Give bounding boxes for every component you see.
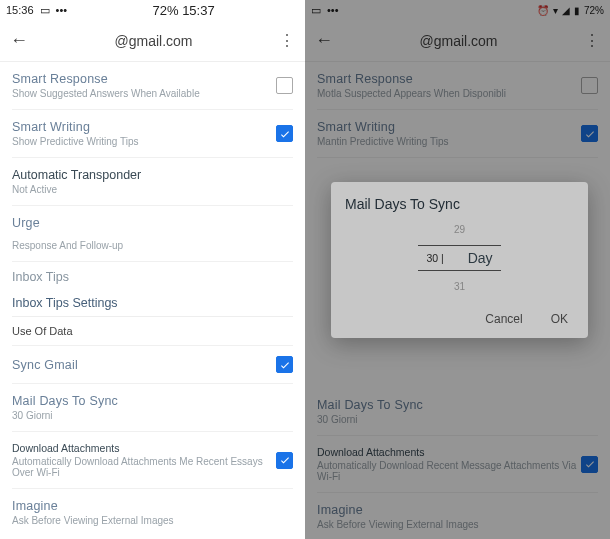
check-icon bbox=[279, 128, 291, 140]
download-attachments-checkbox[interactable] bbox=[276, 452, 293, 469]
check-icon bbox=[584, 128, 596, 140]
images-label: Imagine bbox=[317, 503, 598, 517]
app-bar: ← @gmail.com ⋮ bbox=[0, 20, 305, 62]
wifi-icon: ▾ bbox=[553, 5, 558, 16]
setting-smart-response[interactable]: Smart Response Show Suggested Answers Wh… bbox=[12, 62, 293, 110]
app-bar: ← @gmail.com ⋮ bbox=[305, 20, 610, 62]
smart-response-sub: Show Suggested Answers When Available bbox=[12, 88, 276, 99]
page-title: @gmail.com bbox=[333, 33, 584, 49]
smart-response-checkbox[interactable] bbox=[581, 77, 598, 94]
setting-images[interactable]: Imagine Ask Before Viewing External Imag… bbox=[317, 493, 598, 539]
overflow-menu-icon[interactable]: ⋮ bbox=[279, 31, 295, 50]
urge-sub: Response And Follow-up bbox=[12, 240, 293, 251]
setting-days-to-sync[interactable]: Mail Days To Sync 30 Giorni bbox=[317, 388, 598, 436]
check-icon bbox=[279, 454, 291, 466]
autoresponder-label: Automatic Transponder bbox=[12, 168, 293, 182]
setting-autoresponder[interactable]: Automatic Transponder Not Active bbox=[12, 158, 293, 206]
sync-gmail-checkbox[interactable] bbox=[276, 356, 293, 373]
urge-label: Urge bbox=[12, 216, 293, 230]
inbox-tips-settings-link[interactable]: Inbox Tips Settings bbox=[12, 288, 293, 317]
setting-smart-writing[interactable]: Smart Writing Mantin Predictive Writing … bbox=[317, 110, 598, 158]
battery-text: 72% bbox=[584, 5, 604, 16]
setting-smart-writing[interactable]: Smart Writing Show Predictive Writing Ti… bbox=[12, 110, 293, 158]
days-to-sync-label: Mail Days To Sync bbox=[317, 398, 598, 412]
download-attachments-checkbox[interactable] bbox=[581, 456, 598, 473]
setting-sync-gmail[interactable]: Sync Gmail bbox=[12, 346, 293, 384]
days-to-sync-dialog: Mail Days To Sync 29 30 | Day 31 Cancel … bbox=[331, 182, 588, 338]
overflow-menu-icon[interactable]: ⋮ bbox=[584, 31, 600, 50]
setting-download-attachments[interactable]: Download Attachments Automatically Downl… bbox=[12, 432, 293, 489]
download-attachments-sub: Automatically Download Attachments Me Re… bbox=[12, 456, 276, 478]
picker-unit: Day bbox=[468, 250, 493, 266]
more-icon: ••• bbox=[327, 4, 339, 16]
setting-urge[interactable]: Urge Response And Follow-up bbox=[12, 206, 293, 262]
inbox-tips-header: Inbox Tips bbox=[12, 262, 293, 288]
check-icon bbox=[584, 458, 596, 470]
days-to-sync-sub: 30 Giorni bbox=[12, 410, 293, 421]
use-of-data-header: Use Of Data bbox=[12, 317, 293, 346]
check-icon bbox=[279, 359, 291, 371]
download-attachments-sub: Automatically Download Recent Message At… bbox=[317, 460, 581, 482]
days-to-sync-label: Mail Days To Sync bbox=[12, 394, 293, 408]
autoresponder-sub: Not Active bbox=[12, 184, 293, 195]
smart-writing-label: Smart Writing bbox=[12, 120, 276, 134]
smart-writing-checkbox[interactable] bbox=[581, 125, 598, 142]
back-icon[interactable]: ← bbox=[315, 30, 333, 51]
smart-response-checkbox[interactable] bbox=[276, 77, 293, 94]
download-attachments-label: Download Attachments bbox=[12, 442, 276, 454]
smart-writing-sub: Show Predictive Writing Tips bbox=[12, 136, 276, 147]
notif-icon: ▭ bbox=[40, 4, 50, 17]
download-attachments-label: Download Attachments bbox=[317, 446, 581, 458]
signal-icon: ◢ bbox=[562, 5, 570, 16]
cancel-button[interactable]: Cancel bbox=[485, 312, 522, 326]
dialog-title: Mail Days To Sync bbox=[345, 196, 574, 212]
notif-icon: ▭ bbox=[311, 4, 321, 17]
battery-icon: ▮ bbox=[574, 5, 580, 16]
setting-images[interactable]: Imagine Ask Before Viewing External Imag… bbox=[12, 489, 293, 536]
smart-writing-label: Smart Writing bbox=[317, 120, 581, 134]
number-picker[interactable]: 29 30 | Day 31 bbox=[345, 220, 574, 300]
picker-prev[interactable]: 29 bbox=[454, 224, 465, 235]
sync-gmail-label: Sync Gmail bbox=[12, 358, 276, 372]
page-title: @gmail.com bbox=[28, 33, 279, 49]
more-icon: ••• bbox=[56, 4, 68, 16]
status-battery-time: 72% 15:37 bbox=[153, 3, 215, 18]
smart-response-sub: Motla Suspected Appears When Disponibli bbox=[317, 88, 581, 99]
status-time: 15:36 bbox=[6, 4, 34, 16]
picker-next[interactable]: 31 bbox=[454, 281, 465, 292]
smart-writing-sub: Mantin Predictive Writing Tips bbox=[317, 136, 581, 147]
setting-download-attachments[interactable]: Download Attachments Automatically Downl… bbox=[317, 436, 598, 493]
status-bar: 15:36 ▭ ••• 72% 15:37 bbox=[0, 0, 305, 20]
ok-button[interactable]: OK bbox=[551, 312, 568, 326]
alarm-icon: ⏰ bbox=[537, 5, 549, 16]
back-icon[interactable]: ← bbox=[10, 30, 28, 51]
status-bar: ▭ ••• ⏰ ▾ ◢ ▮ 72% bbox=[305, 0, 610, 20]
images-label: Imagine bbox=[12, 499, 293, 513]
images-sub: Ask Before Viewing External Images bbox=[317, 519, 598, 530]
setting-days-to-sync[interactable]: Mail Days To Sync 30 Giorni bbox=[12, 384, 293, 432]
smart-writing-checkbox[interactable] bbox=[276, 125, 293, 142]
days-to-sync-sub: 30 Giorni bbox=[317, 414, 598, 425]
setting-smart-response[interactable]: Smart Response Motla Suspected Appears W… bbox=[317, 62, 598, 110]
picker-selected[interactable]: 30 | bbox=[426, 252, 443, 264]
images-sub: Ask Before Viewing External Images bbox=[12, 515, 293, 526]
smart-response-label: Smart Response bbox=[317, 72, 581, 86]
smart-response-label: Smart Response bbox=[12, 72, 276, 86]
